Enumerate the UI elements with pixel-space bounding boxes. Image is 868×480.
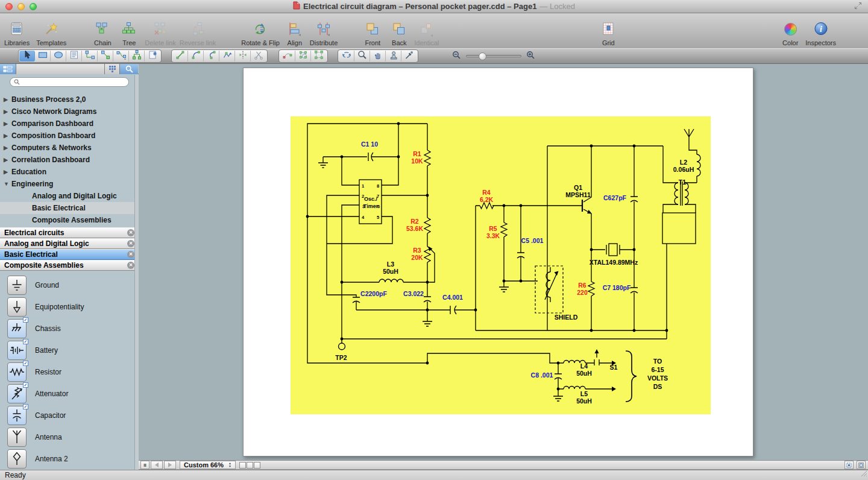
split-tool[interactable] <box>235 51 251 62</box>
shape-item-ground[interactable]: Ground <box>0 274 139 296</box>
library-bar-electrical-circuits[interactable]: Electrical circuits✕ <box>0 227 139 238</box>
chevron-right-icon[interactable]: ▶ <box>4 96 11 103</box>
search-field[interactable] <box>10 77 129 87</box>
toolbar-chain[interactable]: Chain <box>93 19 112 47</box>
ellipse-tool[interactable] <box>51 51 66 62</box>
sidebar-scrollbar[interactable] <box>134 75 139 470</box>
toolbar-front[interactable]: Front <box>363 19 382 47</box>
battery-shape-icon[interactable]: ✓ <box>7 341 27 360</box>
zoom-level-control[interactable]: Custom 66% ▲▼ <box>180 461 236 469</box>
tree-item-analog-and-digital-logic[interactable]: Analog and Digital Logic <box>0 190 139 202</box>
tree-item-composition-dashboard[interactable]: ▶Composition Dashboard <box>0 130 139 142</box>
fit-page-button[interactable] <box>844 461 854 469</box>
close-icon[interactable]: ✕ <box>127 240 134 247</box>
tree-item-comparison-dashboard[interactable]: ▶Comparison Dashboard <box>0 118 139 130</box>
toolbar-back[interactable]: Back <box>389 19 409 47</box>
text-tool[interactable] <box>66 51 82 62</box>
pan-tool[interactable] <box>370 51 386 62</box>
rotate-tool[interactable] <box>339 51 354 62</box>
toolbar-color[interactable]: Color <box>781 19 800 47</box>
tree-item-education[interactable]: ▶Education <box>0 166 139 178</box>
tree-item-basic-electrical[interactable]: Basic Electrical <box>0 202 139 214</box>
line-tool[interactable] <box>172 51 188 62</box>
arc-tool[interactable] <box>188 51 204 62</box>
zoom-tool-tool[interactable] <box>354 51 370 62</box>
connector-curve-tool[interactable] <box>113 51 129 62</box>
page-indicator[interactable] <box>254 462 260 469</box>
toolbar-inspectors[interactable]: iInspectors <box>805 19 836 47</box>
antenna-shape-icon[interactable] <box>7 428 27 447</box>
toolbar-templates[interactable]: Templates <box>36 19 66 47</box>
close-button[interactable] <box>5 3 13 10</box>
tree-item-business-process-2-0[interactable]: ▶Business Process 2,0 <box>0 93 139 106</box>
toolbar-distribute[interactable]: Distribute <box>310 19 338 47</box>
chevron-right-icon[interactable]: ▶ <box>4 121 11 127</box>
toolbar-align[interactable]: Align <box>285 19 304 47</box>
toolbar-grid[interactable]: Grid <box>599 19 618 47</box>
close-icon[interactable]: ✕ <box>127 251 134 258</box>
tree-item-computers-networks[interactable]: ▶Computers & Networks <box>0 142 139 154</box>
chevron-right-icon[interactable]: ▶ <box>4 109 11 115</box>
checkbox-badge-icon[interactable]: ✓ <box>23 361 28 366</box>
page-indicator[interactable] <box>239 462 246 469</box>
resize-grip-icon[interactable] <box>859 469 867 479</box>
checkbox-badge-icon[interactable]: ✓ <box>23 339 28 344</box>
zoom-out-icon[interactable] <box>452 51 461 62</box>
tree-view-button[interactable] <box>0 64 16 74</box>
pause-button[interactable]: II <box>140 461 149 469</box>
chevron-right-icon[interactable]: ▶ <box>4 157 11 163</box>
library-bar-composite-assemblies[interactable]: Composite Assemblies✕ <box>0 260 139 271</box>
polyline-tool[interactable] <box>219 51 235 62</box>
diagram-background[interactable]: C1 10R110KR253.6KR320KR46.2KR53.3KR6220C… <box>291 116 711 414</box>
canvas-area[interactable]: C1 10R110KR253.6KR320KR46.2KR53.3KR6220C… <box>139 64 868 460</box>
page-indicator[interactable] <box>247 462 253 469</box>
tree-item-correlation-dashboard[interactable]: ▶Correlation Dashboard <box>0 154 139 166</box>
tree-item-cisco-network-diagrams[interactable]: ▶Cisco Network Diagrams <box>0 106 139 118</box>
shape-item-attenuator[interactable]: ✓Attenuator <box>0 383 139 405</box>
resistor-shape-icon[interactable]: ✓ <box>7 362 27 382</box>
checkbox-badge-icon[interactable]: ✓ <box>23 317 28 323</box>
checkbox-badge-icon[interactable]: ✓ <box>23 404 28 409</box>
next-page-button[interactable] <box>164 461 176 469</box>
node-edit-tool[interactable] <box>280 51 295 62</box>
chevron-right-icon[interactable]: ▶ <box>4 133 11 139</box>
close-icon[interactable]: ✕ <box>127 262 134 269</box>
tree-item-engineering[interactable]: ▼Engineering <box>0 178 139 190</box>
antenna2-shape-icon[interactable] <box>7 449 27 469</box>
chevron-down-icon[interactable]: ▼ <box>4 181 11 187</box>
handles1-tool[interactable] <box>295 51 311 62</box>
shape-item-chassis[interactable]: ✓Chassis <box>0 318 139 339</box>
handles2-tool[interactable] <box>311 51 327 62</box>
zoom-slider-track[interactable] <box>466 55 521 57</box>
shape-item-capacitor[interactable]: ✓Capacitor <box>0 405 139 426</box>
delete-shape-tool[interactable] <box>145 51 160 62</box>
zoom-in-icon[interactable] <box>526 51 535 62</box>
zoom-stepper-icon[interactable]: ▲▼ <box>228 462 231 468</box>
checkbox-badge-icon[interactable]: ✓ <box>23 382 28 388</box>
select-tool[interactable] <box>19 51 35 62</box>
zoom-button[interactable] <box>30 3 37 10</box>
equipotentiality-shape-icon[interactable] <box>7 297 27 317</box>
ground-shape-icon[interactable] <box>7 276 27 295</box>
chevron-right-icon[interactable]: ▶ <box>4 145 11 151</box>
prev-page-button[interactable] <box>151 461 163 469</box>
capacitor-shape-icon[interactable]: ✓ <box>7 406 27 425</box>
shape-item-battery[interactable]: ✓Battery <box>0 339 139 361</box>
toolbar-libraries[interactable]: Libraries <box>4 19 30 47</box>
fit-selection-button[interactable] <box>857 461 866 469</box>
shape-item-resistor[interactable]: ✓Resistor <box>0 361 139 383</box>
zoom-slider-knob[interactable] <box>479 52 486 60</box>
toolbar-tree[interactable]: Tree <box>119 19 139 47</box>
curve-tool[interactable] <box>204 51 219 62</box>
connector-elbow-tool[interactable] <box>82 51 98 62</box>
eyedropper-tool[interactable] <box>401 51 417 62</box>
connector-tree-tool[interactable] <box>129 51 145 62</box>
search-input[interactable] <box>22 78 125 86</box>
toolbar-rotate-flip[interactable]: Rotate & Flip <box>241 19 280 47</box>
close-icon[interactable]: ✕ <box>127 229 134 236</box>
stamp-tool[interactable] <box>386 51 401 62</box>
shape-item-antenna-2[interactable]: Antenna 2 <box>0 448 139 470</box>
tree-item-composite-assemblies[interactable]: Composite Assemblies <box>0 214 139 226</box>
connector-diag-tool[interactable] <box>98 51 113 62</box>
library-bar-basic-electrical[interactable]: Basic Electrical✕ <box>0 249 139 260</box>
